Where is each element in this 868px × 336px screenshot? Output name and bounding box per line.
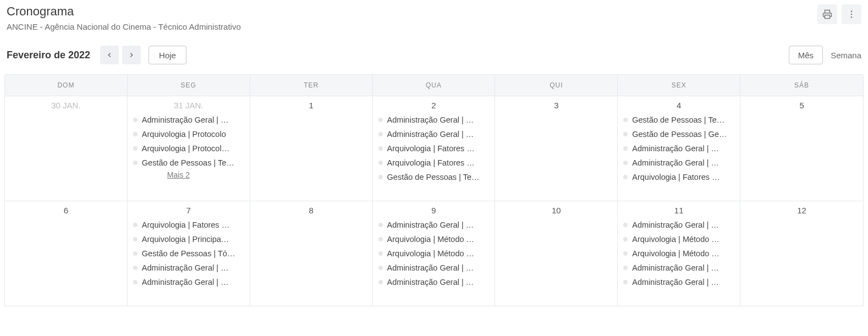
calendar-event[interactable]: Arquivologia | Fatores … [376,157,492,168]
calendar-event[interactable]: Gestão de Pessoas | Te… [131,157,246,168]
day-number: 10 [498,206,614,215]
calendar-day[interactable]: 11Administração Geral | …Arquivologia | … [618,201,740,306]
calendar-event[interactable]: Administração Geral | … [621,143,737,154]
calendar-event[interactable]: Administração Geral | … [376,114,492,125]
chevron-right-icon [128,51,135,59]
calendar-day[interactable]: 1 [250,96,373,201]
calendar-day[interactable]: 3 [495,96,618,201]
day-number: 12 [744,206,860,215]
calendar-day[interactable]: 30 JAN. [5,96,128,201]
calendar-event[interactable]: Arquivologia | Método … [621,234,737,245]
day-number: 2 [376,101,492,110]
calendar-day[interactable]: 31 JAN.Administração Geral | …Arquivolog… [128,96,250,201]
calendar-event[interactable]: Administração Geral | … [376,277,492,288]
calendar-event[interactable]: Arquivologia | Protocol… [131,143,246,154]
day-number: 31 JAN. [131,101,246,110]
calendar: DOMSEGTERQUAQUISEXSÁB 30 JAN.31 JAN.Admi… [4,74,864,306]
prev-month-button[interactable] [100,46,119,64]
svg-point-3 [851,16,853,18]
calendar-day[interactable]: 9Administração Geral | …Arquivologia | M… [373,201,496,306]
calendar-event[interactable]: Administração Geral | … [376,262,492,273]
weekday-header: QUI [495,75,618,96]
day-number: 5 [744,101,860,110]
day-number: 3 [498,101,614,110]
day-number: 9 [376,206,492,215]
calendar-event[interactable]: Administração Geral | … [621,277,737,288]
day-number: 1 [254,101,369,110]
kebab-icon [847,9,856,19]
calendar-event[interactable]: Arquivologia | Método … [621,248,737,259]
weekday-header: TER [250,75,373,96]
day-number: 4 [621,101,737,110]
calendar-day[interactable]: 2Administração Geral | …Administração Ge… [373,96,496,201]
calendar-event[interactable]: Administração Geral | … [376,129,492,140]
svg-point-2 [851,14,853,15]
calendar-event[interactable]: Gestão de Pessoas | Te… [621,114,737,125]
current-month: Fevereiro de 2022 [7,49,90,61]
calendar-event[interactable]: Administração Geral | … [131,262,246,273]
chevron-left-icon [106,51,113,59]
more-button[interactable] [842,4,861,24]
calendar-event[interactable]: Arquivologia | Método … [376,248,492,259]
calendar-event[interactable]: Arquivologia | Principa… [131,234,246,245]
more-events-link[interactable]: Mais 2 [167,170,190,179]
weekday-header: QUA [373,75,496,96]
calendar-day[interactable]: 6 [5,201,128,306]
day-number: 8 [254,206,369,215]
calendar-event[interactable]: Gestão de Pessoas | Tó… [131,248,246,259]
day-number: 7 [131,206,246,215]
weekday-header: SEG [128,75,250,96]
weekday-header: SEX [618,75,740,96]
page-subtitle: ANCINE - Agência Nacional do Cinema - Té… [7,22,241,31]
calendar-event[interactable]: Gestão de Pessoas | Ge… [621,129,737,140]
calendar-day[interactable]: 12 [740,201,863,306]
weekday-header: DOM [5,75,128,96]
calendar-day[interactable]: 4Gestão de Pessoas | Te…Gestão de Pessoa… [618,96,740,201]
calendar-day[interactable]: 10 [495,201,618,306]
today-button[interactable]: Hoje [149,46,186,64]
calendar-event[interactable]: Arquivologia | Fatores … [376,143,492,154]
calendar-event[interactable]: Administração Geral | … [131,277,246,288]
calendar-event[interactable]: Gestão de Pessoas | Te… [376,172,492,183]
calendar-event[interactable]: Administração Geral | … [376,219,492,230]
page-title: Cronograma [7,4,241,19]
day-number: 30 JAN. [8,101,124,110]
weekday-header: SÁB [740,75,863,96]
calendar-day[interactable]: 8 [250,201,373,306]
calendar-day[interactable]: 7Arquivologia | Fatores …Arquivologia | … [128,201,250,306]
calendar-day[interactable]: 5 [740,96,863,201]
month-view-button[interactable]: Mês [789,46,823,64]
svg-point-1 [851,10,853,12]
printer-icon [822,9,832,19]
next-month-button[interactable] [122,46,141,64]
calendar-event[interactable]: Administração Geral | … [131,114,246,125]
calendar-event[interactable]: Arquivologia | Método … [376,234,492,245]
calendar-event[interactable]: Arquivologia | Protocolo [131,129,246,140]
week-view-button[interactable]: Semana [831,51,861,60]
calendar-event[interactable]: Administração Geral | … [621,219,737,230]
day-number: 11 [621,206,737,215]
print-button[interactable] [817,4,837,24]
calendar-event[interactable]: Arquivologia | Fatores … [131,219,246,230]
day-number: 6 [8,206,124,215]
calendar-event[interactable]: Administração Geral | … [621,157,737,168]
svg-rect-0 [825,15,830,19]
calendar-event[interactable]: Arquivologia | Fatores … [621,172,737,183]
calendar-event[interactable]: Administração Geral | … [621,262,737,273]
